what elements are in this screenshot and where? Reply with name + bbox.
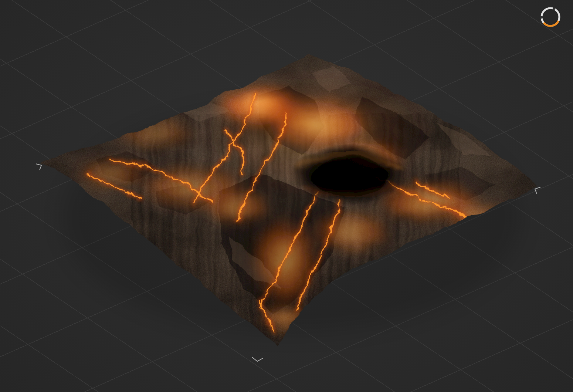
terrain-corner-marker-bottom <box>252 357 263 361</box>
progress-spinner <box>542 8 559 26</box>
scene-svg <box>0 0 573 392</box>
viewport-canvas[interactable] <box>0 0 573 392</box>
terrain-corner-marker-right <box>535 187 540 194</box>
terrain-corner-marker-left <box>36 164 41 170</box>
progress-spinner-arc <box>544 21 559 26</box>
crater <box>292 144 407 205</box>
